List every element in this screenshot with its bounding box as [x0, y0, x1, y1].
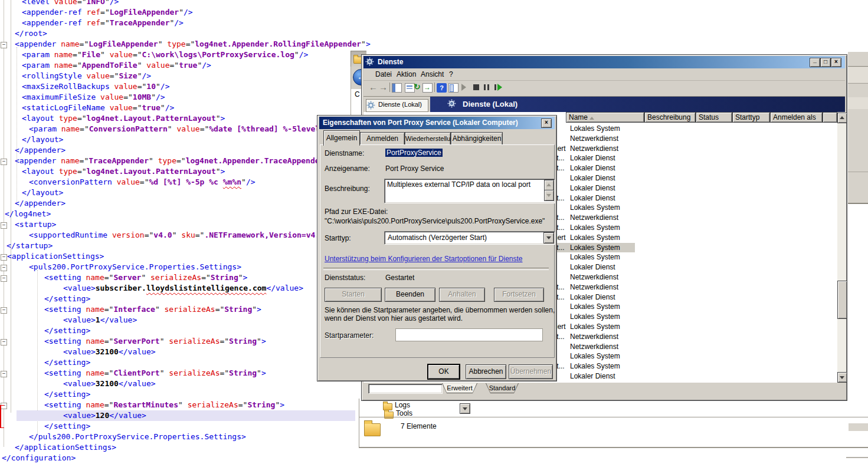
fold-collapse-icon[interactable]: − [1, 265, 7, 271]
stop-service-icon[interactable] [473, 84, 479, 90]
code-line: <setting name="RestartMinutes" serialize… [44, 400, 284, 410]
code-line: </setting> [44, 325, 90, 336]
back-icon[interactable]: ← [369, 82, 378, 92]
start-params-label: Startparameter: [325, 331, 374, 340]
console-tree-icon[interactable] [392, 83, 402, 93]
stop-button[interactable]: Beenden [385, 288, 435, 302]
fold-collapse-icon[interactable]: − [1, 222, 7, 229]
exe-path-value: "C:\work\ais\puls200.PortProxyService\pu… [325, 217, 545, 225]
fold-collapse-icon[interactable]: − [1, 254, 7, 261]
code-line: <value>32100</value> [63, 379, 156, 389]
code-line: <value>subscriber.lloydslistintelligence… [63, 283, 303, 294]
service-name-value[interactable]: PortProxyService [385, 149, 443, 157]
tab-standard[interactable]: Standard [486, 383, 519, 393]
pause-service-icon[interactable] [484, 84, 486, 90]
service-cell: Netzwerkdienst [570, 282, 634, 292]
scroll-down-button[interactable] [544, 190, 554, 201]
code-line: <staticLogFileName value="true"/> [22, 103, 174, 113]
show-hide-tree-icon[interactable] [448, 83, 458, 93]
toolbar: ← → ↻ → ? [363, 81, 845, 97]
menu-ansicht[interactable]: Ansicht [421, 70, 444, 78]
menu-aktion[interactable]: Aktion [397, 70, 416, 78]
startup-type-combobox[interactable]: Automatisch (Verzögerter Start) [384, 231, 555, 245]
services-titlebar[interactable]: Dienste _ □ × [363, 56, 845, 68]
combobox-dropdown-button[interactable] [543, 232, 554, 243]
menu-bar: Datei Aktion Ansicht ? [363, 68, 845, 81]
code-line: <setting name="ServerPort" serializeAs="… [44, 336, 266, 347]
code-line: <layout type="log4net.Layout.PatternLayo… [22, 166, 225, 177]
tree-item-dienste-lokal[interactable]: Dienste (Lokal) [366, 99, 428, 112]
column-header-beschreibung[interactable]: Beschreibung [644, 112, 696, 123]
start-params-hint-line1: Sie können die Startparameter angeben, d… [325, 306, 555, 314]
fold-collapse-icon[interactable]: − [1, 339, 7, 345]
service-cell: Lokaler Dienst [570, 193, 634, 203]
tab-erweitert[interactable]: Erweitert [442, 383, 477, 393]
tree-item-folder[interactable]: Tools [396, 409, 412, 417]
code-line: <value>1</value> [63, 315, 137, 325]
code-line: </configuration> [2, 453, 76, 463]
fold-collapse-icon[interactable]: − [1, 42, 7, 48]
code-line: </root> [15, 28, 47, 39]
service-cell: Lokaler Dienst [570, 183, 634, 193]
service-cell: Lokales System [570, 312, 634, 322]
fold-collapse-icon[interactable]: − [1, 371, 7, 377]
description-field[interactable]: Multiplexes external TCP/IP data on loca… [384, 179, 555, 203]
cancel-button[interactable]: Abbrechen [466, 364, 506, 379]
minimize-button[interactable]: _ [810, 58, 820, 67]
dropdown-button[interactable] [460, 403, 470, 414]
fold-collapse-icon[interactable]: − [1, 275, 7, 282]
code-line: <level value="INFO"/> [22, 0, 119, 7]
code-line: <maxSizeRollBackups value="10"/> [22, 81, 169, 92]
fold-collapse-icon[interactable]: − [1, 307, 7, 314]
code-line: <puls200.PortProxyService.Properties.Set… [29, 262, 241, 272]
ok-button[interactable]: OK [428, 364, 460, 379]
apply-button[interactable]: Übernehmen [509, 364, 553, 379]
maximize-button[interactable]: □ [820, 58, 831, 67]
start-button[interactable]: Starten [325, 288, 382, 302]
dialog-content: Dienstname: PortProxyService Anzeigename… [317, 116, 556, 381]
pause-button[interactable]: Anhalten [439, 288, 485, 302]
results-pane-header: Dienste (Lokal) [430, 97, 845, 112]
code-line: </appender> [15, 198, 65, 209]
service-cell: Lokales System [570, 203, 634, 213]
column-header-anmelden-als[interactable]: Anmelden als [770, 112, 823, 123]
pane-header-title: Dienste (Lokal) [463, 100, 517, 108]
start-service-icon[interactable] [461, 84, 466, 91]
scroll-down-button[interactable] [837, 372, 847, 383]
code-line: <appender name="LogFileAppender" type="l… [15, 39, 371, 50]
service-cell: Lokales System [570, 252, 634, 262]
console-tree-pane: Dienste (Lokal) [363, 97, 430, 112]
code-line: </startup> [6, 241, 53, 251]
scroll-up-button[interactable] [837, 113, 847, 123]
close-button[interactable]: × [831, 58, 841, 67]
scrollbar-thumb[interactable] [837, 281, 847, 319]
forward-icon[interactable]: → [379, 82, 388, 92]
services-icon [449, 101, 454, 106]
restart-service-icon[interactable] [494, 84, 496, 90]
help-icon[interactable]: ? [437, 83, 447, 93]
code-line: <value>120</value> [63, 410, 146, 421]
fold-collapse-icon[interactable]: − [1, 159, 7, 165]
column-header-status[interactable]: Status [696, 112, 732, 123]
service-cell: Lokales System [570, 302, 634, 312]
resume-button[interactable]: Fortsetzen [494, 288, 544, 302]
code-line: <rollingStyle value="Size"/> [22, 71, 151, 81]
column-header-name[interactable]: Name [566, 112, 644, 123]
folder-icon [364, 423, 381, 436]
service-name-label: Dienstname: [325, 149, 364, 157]
service-cell: Netzwerkdienst [570, 272, 634, 282]
startup-options-help-link[interactable]: Unterstützung beim Konfigurieren der Sta… [325, 255, 523, 263]
code-line: <value>32100</value> [63, 347, 156, 357]
service-cell: Netzwerkdienst [570, 144, 634, 154]
exe-path-label: Pfad zur EXE-Datei: [325, 208, 388, 216]
column-header-starttyp[interactable]: Starttyp [732, 112, 770, 123]
service-cell: Lokales System [570, 243, 634, 253]
service-cell: Lokaler Dienst [570, 153, 634, 163]
code-line: </setting> [44, 294, 90, 304]
export-list-icon[interactable]: → [422, 83, 433, 93]
tree-item-folder[interactable]: Logs [395, 401, 410, 409]
start-params-input[interactable] [395, 328, 543, 341]
vertical-scrollbar[interactable] [837, 112, 846, 383]
menu-help[interactable]: ? [449, 70, 453, 78]
menu-datei[interactable]: Datei [375, 70, 392, 78]
